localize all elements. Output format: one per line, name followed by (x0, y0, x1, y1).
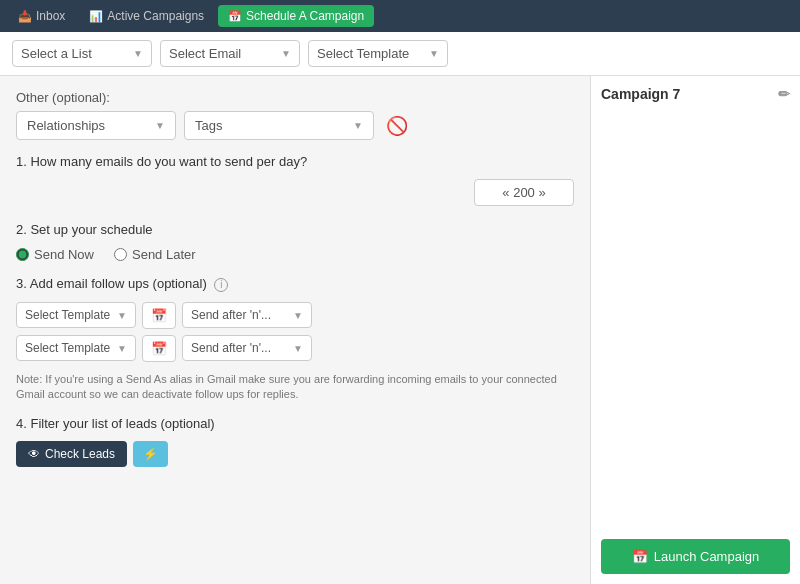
launch-campaign-button[interactable]: 📅 Launch Campaign (601, 539, 790, 574)
campaign-title-row: Campaign 7 ✏ (601, 86, 790, 102)
calendar2-icon: 📅 (151, 341, 167, 356)
followup2-send-label: Send after 'n'... (191, 341, 271, 355)
emails-value: « 200 » (502, 185, 545, 200)
other-label: Other (optional): (16, 90, 574, 105)
lightning-button[interactable]: ⚡ (133, 441, 168, 467)
followup2-template-select[interactable]: Select Template ▼ (16, 335, 136, 361)
inbox-label: Inbox (36, 9, 65, 23)
left-panel: Other (optional): Relationships ▼ Tags ▼… (0, 76, 590, 584)
select-email-control[interactable]: Select Email ▼ (160, 40, 300, 67)
followup2-send-after-select[interactable]: Send after 'n'... ▼ (182, 335, 312, 361)
schedule-campaign-label: Schedule A Campaign (246, 9, 364, 23)
launch-label: Launch Campaign (654, 549, 760, 564)
top-navigation: 📥 Inbox 📊 Active Campaigns 📅 Schedule A … (0, 0, 800, 32)
inbox-icon: 📥 (18, 10, 32, 23)
emails-per-day-input[interactable]: « 200 » (474, 179, 574, 206)
relationships-label: Relationships (27, 118, 105, 133)
filter-section: 4. Filter your list of leads (optional) … (16, 416, 574, 467)
q3-label-text: 3. Add email follow ups (optional) (16, 276, 207, 291)
q1-section: 1. How many emails do you want to send p… (16, 154, 574, 169)
tags-select[interactable]: Tags ▼ (184, 111, 374, 140)
inbox-nav-item[interactable]: 📥 Inbox (8, 5, 75, 27)
schedule-icon: 📅 (228, 10, 242, 23)
relationships-select[interactable]: Relationships ▼ (16, 111, 176, 140)
schedule-campaign-nav-item[interactable]: 📅 Schedule A Campaign (218, 5, 374, 27)
followup1-send-label: Send after 'n'... (191, 308, 271, 322)
followup1-template-select[interactable]: Select Template ▼ (16, 302, 136, 328)
other-dropdowns-row: Relationships ▼ Tags ▼ 🚫 (16, 111, 574, 140)
followup1-template-label: Select Template (25, 308, 110, 322)
send-now-radio[interactable] (16, 248, 29, 261)
active-campaigns-nav-item[interactable]: 📊 Active Campaigns (79, 5, 214, 27)
sub-header: Select a List ▼ Select Email ▼ Select Te… (0, 32, 800, 76)
followup2-template-label: Select Template (25, 341, 110, 355)
followup1-calendar-btn[interactable]: 📅 (142, 302, 176, 329)
send-later-radio-item[interactable]: Send Later (114, 247, 196, 262)
select-list-control[interactable]: Select a List ▼ (12, 40, 152, 67)
edit-campaign-icon[interactable]: ✏ (778, 86, 790, 102)
followup1-send-after-select[interactable]: Send after 'n'... ▼ (182, 302, 312, 328)
active-campaigns-icon: 📊 (89, 10, 103, 23)
followup2-template-chevron-icon: ▼ (117, 343, 127, 354)
campaign-name: Campaign 7 (601, 86, 680, 102)
followup-note: Note: If you're using a Send As alias in… (16, 372, 574, 403)
select-email-dropdown[interactable]: Select Email (169, 46, 277, 61)
relationships-chevron-icon: ▼ (155, 120, 165, 131)
eye-icon: 👁 (28, 447, 40, 461)
schedule-radio-group: Send Now Send Later (16, 247, 574, 262)
schedule-section: 2. Set up your schedule Send Now Send La… (16, 222, 574, 262)
followup1-template-chevron-icon: ▼ (117, 310, 127, 321)
tags-chevron-icon: ▼ (353, 120, 363, 131)
q4-label: 4. Filter your list of leads (optional) (16, 416, 574, 431)
right-panel: Campaign 7 ✏ 📅 Launch Campaign (590, 76, 800, 584)
list-chevron-icon: ▼ (133, 48, 143, 59)
followup-row-2: Select Template ▼ 📅 Send after 'n'... ▼ (16, 335, 574, 362)
send-now-radio-item[interactable]: Send Now (16, 247, 94, 262)
launch-icon: 📅 (632, 549, 648, 564)
calendar1-icon: 📅 (151, 308, 167, 323)
select-template-dropdown[interactable]: Select Template (317, 46, 425, 61)
check-leads-label: Check Leads (45, 447, 115, 461)
filter-btn-group: 👁 Check Leads ⚡ (16, 441, 574, 467)
other-section: Other (optional): Relationships ▼ Tags ▼… (16, 90, 574, 140)
check-leads-button[interactable]: 👁 Check Leads (16, 441, 127, 467)
followup2-calendar-btn[interactable]: 📅 (142, 335, 176, 362)
email-chevron-icon: ▼ (281, 48, 291, 59)
emails-input-row: « 200 » (16, 179, 574, 206)
q2-label: 2. Set up your schedule (16, 222, 574, 237)
followup1-send-chevron-icon: ▼ (293, 310, 303, 321)
tags-label: Tags (195, 118, 222, 133)
lightning-icon: ⚡ (143, 447, 158, 461)
q1-label: 1. How many emails do you want to send p… (16, 154, 307, 169)
send-later-label: Send Later (132, 247, 196, 262)
select-template-control[interactable]: Select Template ▼ (308, 40, 448, 67)
send-later-radio[interactable] (114, 248, 127, 261)
followup2-send-chevron-icon: ▼ (293, 343, 303, 354)
active-campaigns-label: Active Campaigns (107, 9, 204, 23)
followup-row-1: Select Template ▼ 📅 Send after 'n'... ▼ (16, 302, 574, 329)
q3-label: 3. Add email follow ups (optional) i (16, 276, 574, 292)
send-now-label: Send Now (34, 247, 94, 262)
template-chevron-icon: ▼ (429, 48, 439, 59)
followup-section: 3. Add email follow ups (optional) i Sel… (16, 276, 574, 362)
main-layout: Other (optional): Relationships ▼ Tags ▼… (0, 76, 800, 584)
q3-info-icon[interactable]: i (214, 278, 228, 292)
block-icon: 🚫 (386, 115, 408, 137)
select-list-dropdown[interactable]: Select a List (21, 46, 129, 61)
